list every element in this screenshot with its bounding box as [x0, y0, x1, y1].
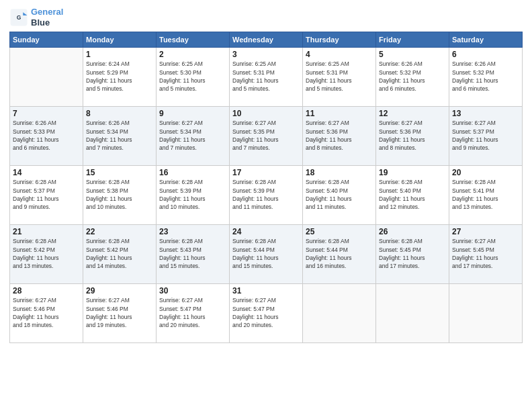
calendar-cell: 4Sunrise: 6:25 AMSunset: 5:31 PMDaylight…: [303, 48, 376, 107]
calendar-cell: 10Sunrise: 6:27 AMSunset: 5:35 PMDayligh…: [230, 107, 303, 166]
day-number: 8: [86, 109, 153, 118]
calendar-cell: 13Sunrise: 6:27 AMSunset: 5:37 PMDayligh…: [449, 107, 523, 166]
day-info: Sunrise: 6:28 AMSunset: 5:37 PMDaylight:…: [13, 178, 80, 211]
calendar-cell: 1Sunrise: 6:24 AMSunset: 5:29 PMDaylight…: [83, 48, 157, 107]
day-number: 16: [159, 168, 226, 177]
calendar-cell: 21Sunrise: 6:28 AMSunset: 5:42 PMDayligh…: [10, 225, 83, 284]
day-header-sunday: Sunday: [10, 32, 83, 48]
day-info: Sunrise: 6:26 AMSunset: 5:34 PMDaylight:…: [86, 119, 153, 152]
day-header-monday: Monday: [83, 32, 157, 48]
day-number: 31: [232, 286, 300, 295]
day-number: 24: [232, 227, 300, 236]
day-number: 2: [159, 50, 226, 59]
calendar-cell: 24Sunrise: 6:28 AMSunset: 5:44 PMDayligh…: [230, 225, 303, 284]
calendar-week-1: 1Sunrise: 6:24 AMSunset: 5:29 PMDaylight…: [10, 48, 523, 107]
calendar-cell: 14Sunrise: 6:28 AMSunset: 5:37 PMDayligh…: [10, 166, 83, 225]
day-number: 25: [306, 227, 373, 236]
day-info: Sunrise: 6:27 AMSunset: 5:34 PMDaylight:…: [159, 119, 226, 152]
day-header-friday: Friday: [376, 32, 449, 48]
day-info: Sunrise: 6:28 AMSunset: 5:40 PMDaylight:…: [379, 178, 446, 211]
day-number: 1: [86, 50, 153, 59]
calendar-cell: 11Sunrise: 6:27 AMSunset: 5:36 PMDayligh…: [303, 107, 376, 166]
day-info: Sunrise: 6:27 AMSunset: 5:46 PMDaylight:…: [86, 296, 153, 329]
day-header-wednesday: Wednesday: [230, 32, 303, 48]
day-info: Sunrise: 6:25 AMSunset: 5:30 PMDaylight:…: [159, 60, 226, 93]
day-number: 28: [13, 286, 80, 295]
calendar-cell: [10, 48, 83, 107]
calendar-cell: [303, 284, 376, 343]
day-info: Sunrise: 6:27 AMSunset: 5:35 PMDaylight:…: [232, 119, 300, 152]
day-number: 22: [86, 227, 153, 236]
calendar-cell: 2Sunrise: 6:25 AMSunset: 5:30 PMDaylight…: [157, 48, 230, 107]
page: G General Blue SundayMondayTuesdayWednes…: [0, 0, 532, 411]
day-number: 30: [159, 286, 226, 295]
day-info: Sunrise: 6:27 AMSunset: 5:47 PMDaylight:…: [232, 296, 300, 329]
day-info: Sunrise: 6:28 AMSunset: 5:45 PMDaylight:…: [379, 237, 446, 270]
calendar-cell: 28Sunrise: 6:27 AMSunset: 5:46 PMDayligh…: [10, 284, 83, 343]
day-number: 20: [452, 168, 519, 177]
calendar-cell: 27Sunrise: 6:27 AMSunset: 5:45 PMDayligh…: [449, 225, 523, 284]
day-number: 19: [379, 168, 446, 177]
day-info: Sunrise: 6:28 AMSunset: 5:42 PMDaylight:…: [86, 237, 153, 270]
calendar-cell: 30Sunrise: 6:27 AMSunset: 5:47 PMDayligh…: [157, 284, 230, 343]
calendar-cell: 3Sunrise: 6:25 AMSunset: 5:31 PMDaylight…: [230, 48, 303, 107]
calendar-cell: 20Sunrise: 6:28 AMSunset: 5:41 PMDayligh…: [449, 166, 523, 225]
day-info: Sunrise: 6:28 AMSunset: 5:39 PMDaylight:…: [232, 178, 300, 211]
calendar-week-3: 14Sunrise: 6:28 AMSunset: 5:37 PMDayligh…: [10, 166, 523, 225]
day-info: Sunrise: 6:26 AMSunset: 5:33 PMDaylight:…: [13, 119, 80, 152]
day-number: 11: [306, 109, 373, 118]
day-info: Sunrise: 6:27 AMSunset: 5:47 PMDaylight:…: [159, 296, 226, 329]
day-number: 14: [13, 168, 80, 177]
calendar-week-5: 28Sunrise: 6:27 AMSunset: 5:46 PMDayligh…: [10, 284, 523, 343]
calendar-cell: 29Sunrise: 6:27 AMSunset: 5:46 PMDayligh…: [83, 284, 157, 343]
calendar-cell: 16Sunrise: 6:28 AMSunset: 5:39 PMDayligh…: [157, 166, 230, 225]
header: G General Blue: [9, 7, 523, 28]
day-info: Sunrise: 6:28 AMSunset: 5:41 PMDaylight:…: [452, 178, 519, 211]
calendar-cell: 19Sunrise: 6:28 AMSunset: 5:40 PMDayligh…: [376, 166, 449, 225]
day-number: 9: [159, 109, 226, 118]
day-info: Sunrise: 6:28 AMSunset: 5:40 PMDaylight:…: [306, 178, 373, 211]
day-number: 7: [13, 109, 80, 118]
day-info: Sunrise: 6:28 AMSunset: 5:42 PMDaylight:…: [13, 237, 80, 270]
calendar-cell: 7Sunrise: 6:26 AMSunset: 5:33 PMDaylight…: [10, 107, 83, 166]
day-info: Sunrise: 6:27 AMSunset: 5:36 PMDaylight:…: [306, 119, 373, 152]
day-number: 15: [86, 168, 153, 177]
day-number: 13: [452, 109, 519, 118]
day-info: Sunrise: 6:26 AMSunset: 5:32 PMDaylight:…: [379, 60, 446, 93]
calendar: SundayMondayTuesdayWednesdayThursdayFrid…: [9, 32, 523, 343]
logo: G General Blue: [9, 7, 63, 28]
day-number: 12: [379, 109, 446, 118]
day-info: Sunrise: 6:28 AMSunset: 5:44 PMDaylight:…: [232, 237, 300, 270]
day-number: 17: [232, 168, 300, 177]
day-info: Sunrise: 6:27 AMSunset: 5:45 PMDaylight:…: [452, 237, 519, 270]
day-number: 21: [13, 227, 80, 236]
day-info: Sunrise: 6:25 AMSunset: 5:31 PMDaylight:…: [306, 60, 373, 93]
day-number: 6: [452, 50, 519, 59]
day-header-thursday: Thursday: [303, 32, 376, 48]
day-info: Sunrise: 6:25 AMSunset: 5:31 PMDaylight:…: [232, 60, 300, 93]
calendar-cell: 5Sunrise: 6:26 AMSunset: 5:32 PMDaylight…: [376, 48, 449, 107]
calendar-cell: 9Sunrise: 6:27 AMSunset: 5:34 PMDaylight…: [157, 107, 230, 166]
day-number: 18: [306, 168, 373, 177]
day-number: 4: [306, 50, 373, 59]
day-number: 10: [232, 109, 300, 118]
logo-icon: G: [9, 8, 28, 27]
day-number: 23: [159, 227, 226, 236]
day-info: Sunrise: 6:24 AMSunset: 5:29 PMDaylight:…: [86, 60, 153, 93]
day-number: 5: [379, 50, 446, 59]
calendar-header-row: SundayMondayTuesdayWednesdayThursdayFrid…: [10, 32, 523, 48]
day-number: 27: [452, 227, 519, 236]
calendar-cell: 18Sunrise: 6:28 AMSunset: 5:40 PMDayligh…: [303, 166, 376, 225]
calendar-cell: 25Sunrise: 6:28 AMSunset: 5:44 PMDayligh…: [303, 225, 376, 284]
day-header-tuesday: Tuesday: [157, 32, 230, 48]
day-info: Sunrise: 6:26 AMSunset: 5:32 PMDaylight:…: [452, 60, 519, 93]
calendar-cell: 15Sunrise: 6:28 AMSunset: 5:38 PMDayligh…: [83, 166, 157, 225]
calendar-week-2: 7Sunrise: 6:26 AMSunset: 5:33 PMDaylight…: [10, 107, 523, 166]
day-info: Sunrise: 6:28 AMSunset: 5:38 PMDaylight:…: [86, 178, 153, 211]
calendar-week-4: 21Sunrise: 6:28 AMSunset: 5:42 PMDayligh…: [10, 225, 523, 284]
calendar-cell: [449, 284, 523, 343]
calendar-cell: 23Sunrise: 6:28 AMSunset: 5:43 PMDayligh…: [157, 225, 230, 284]
calendar-cell: 17Sunrise: 6:28 AMSunset: 5:39 PMDayligh…: [230, 166, 303, 225]
calendar-cell: 31Sunrise: 6:27 AMSunset: 5:47 PMDayligh…: [230, 284, 303, 343]
calendar-cell: [376, 284, 449, 343]
